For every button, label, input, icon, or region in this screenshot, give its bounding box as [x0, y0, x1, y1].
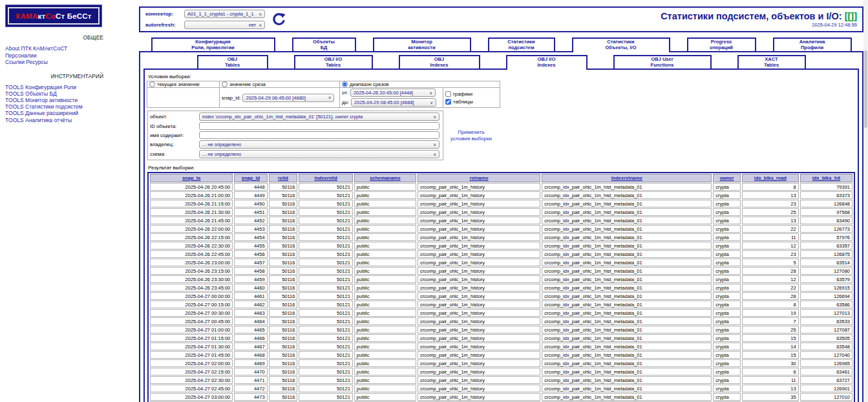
check-tables[interactable]: таблицы	[445, 99, 498, 105]
tab-obj-user-functions[interactable]: OBJ UserFunctions	[613, 55, 712, 69]
check-graphs[interactable]: графики	[445, 91, 498, 97]
table-cell: crcomp_pair_ohlc_1m_history	[418, 359, 540, 367]
result-table: snap_tssnap_idrelidindexrelidschemanamer…	[147, 172, 855, 402]
sidebar-link-general-0[interactable]: About ПТК КАМАктСоСТ	[5, 45, 139, 52]
autorefresh-select[interactable]: нет ∨	[184, 21, 265, 29]
snap-id-select[interactable]: 2025-04-29 06:45:00 [4680] ∨	[242, 94, 334, 102]
table-cell: public	[354, 292, 416, 300]
table-cell: crcomp_idx_pair_ohlc_1m_hist_metadata_01	[542, 284, 712, 291]
table-cell: 50116	[269, 309, 298, 317]
table-cell: 2025-04-26 23:30:00	[150, 275, 233, 283]
tab-db-objects[interactable]: ОбъектыБД	[292, 37, 356, 51]
table-cell: 30	[742, 359, 799, 367]
radio-current-input[interactable]	[149, 81, 155, 87]
tab-activity-monitor[interactable]: Мониторактивности	[373, 37, 471, 51]
table-cell: 50121	[299, 317, 352, 325]
schema-select[interactable]: ... не определено ∨	[199, 150, 439, 158]
tab-obj-tables[interactable]: OBJTables	[197, 55, 268, 69]
chevron-down-icon: ∨	[430, 152, 436, 157]
sidebar-link-tool-4[interactable]: TOOLS Данные расширений	[5, 110, 139, 116]
table-cell: 50121	[299, 284, 352, 291]
column-header-schemaname[interactable]: schemaname	[354, 174, 416, 182]
column-header-idx_blks_read[interactable]: idx_blks_read	[742, 174, 799, 182]
table-cell: public	[354, 183, 416, 191]
table-cell: 35	[742, 393, 799, 401]
table-cell: 2025-04-26 20:45:00	[150, 183, 233, 191]
sidebar-link-tool-2[interactable]: TOOLS Монитор активности	[5, 97, 139, 103]
table-cell: 63373	[800, 191, 852, 199]
table-cell: public	[354, 301, 416, 308]
owner-select[interactable]: ... не определено ∨	[199, 140, 439, 149]
column-header-snap_id[interactable]: snap_id	[234, 174, 267, 182]
tab-config-roles[interactable]: КонфигурацияРоли, привелегии	[151, 37, 275, 51]
tab-analytics-profiles[interactable]: АналитикаПрофили	[773, 37, 852, 51]
table-cell: 50121	[299, 259, 352, 266]
column-header-indexrelid[interactable]: indexrelid	[299, 174, 352, 182]
table-cell: 50121	[299, 309, 352, 317]
radio-range-input[interactable]	[342, 81, 348, 87]
column-header-idx_blks_hit[interactable]: idx_blks_hit	[800, 174, 852, 182]
table-row: 2025-04-26 23:00:0044575011650121publicc…	[150, 259, 852, 266]
object-id-input[interactable]	[199, 122, 439, 130]
column-header-relname[interactable]: relname	[418, 174, 540, 182]
radio-slice-input[interactable]	[222, 81, 228, 87]
object-filter-group: объект: index 'crcomp_idx_pair_ohlc_1m_h…	[147, 111, 443, 160]
table-cell: crypta	[713, 233, 741, 241]
table-cell: crcomp_idx_pair_ohlc_1m_hist_metadata_01	[542, 334, 712, 342]
range-to-select[interactable]: 2025-04-29 08:45:00 [4688] ∨	[351, 98, 436, 107]
table-cell: 4453	[234, 225, 267, 233]
tab-xact-tables[interactable]: XACTTables	[737, 55, 806, 69]
tab-obj-indexes[interactable]: OBJIndexes	[399, 55, 480, 69]
tab-subsystem-stats[interactable]: Статистикиподсистем	[488, 37, 555, 51]
table-cell: crypta	[713, 183, 741, 191]
table-cell: 50116	[269, 343, 298, 350]
table-cell: crcomp_pair_ohlc_1m_history	[418, 259, 540, 266]
tab-object-io-stats[interactable]: СтатистикиОбъекты, I/O	[572, 37, 670, 52]
sidebar-link-general-1[interactable]: Персоналии	[5, 52, 139, 59]
tab-progress-ops[interactable]: Progressопераций	[687, 37, 756, 51]
scrollbar-thumb[interactable]	[864, 50, 867, 128]
apply-filter-link[interactable]: Применить условия выборки	[450, 129, 492, 142]
table-cell: 4458	[234, 267, 267, 275]
table-cell: 127010	[800, 393, 852, 401]
sidebar-link-tool-5[interactable]: TOOLS Аналитика отчёты	[5, 117, 139, 123]
sidebar-link-tool-0[interactable]: TOOLS Конфигурация Роли	[5, 84, 139, 90]
column-header-owner[interactable]: owner	[713, 174, 741, 182]
page-scrollbar[interactable]	[863, 0, 868, 402]
table-cell: 19	[742, 309, 799, 317]
connector-select[interactable]: A01_1_1_crypta1 - crypta_1_1 ∨	[184, 10, 265, 18]
table-cell: crcomp_pair_ohlc_1m_history	[418, 326, 540, 333]
range-cell: от: 2025-04-26 20:45:00 [4448] ∨ до: 202…	[339, 87, 443, 108]
table-row: 2025-04-27 02:30:0044715011650121publicc…	[150, 376, 852, 384]
table-cell: public	[354, 267, 416, 275]
sidebar-link-tool-1[interactable]: TOOLS Объекты БД	[5, 90, 139, 97]
app-logo[interactable]: КАМАктСоСт БеССт	[5, 5, 102, 27]
check-tables-input[interactable]	[445, 99, 451, 105]
tab-obj-io-indexes[interactable]: OBJ I/OIndexes	[506, 55, 587, 70]
table-cell: crypta	[713, 359, 741, 367]
check-graphs-input[interactable]	[445, 91, 451, 97]
table-cell: 50121	[299, 334, 352, 342]
refresh-icon[interactable]	[271, 12, 286, 27]
table-cell: 2025-04-27 01:30:00	[150, 343, 233, 350]
name-contains-input[interactable]	[199, 131, 439, 139]
table-cell: 63357	[800, 242, 852, 249]
object-select[interactable]: index 'crcomp_idx_pair_ohlc_1m_hist_meta…	[199, 112, 439, 121]
sidebar-link-general-2[interactable]: Ссылки Ресурсы	[5, 59, 139, 66]
table-cell: 126875	[800, 250, 852, 258]
table-row: 2025-04-27 01:45:0044685011650121publicc…	[150, 351, 852, 359]
range-from-select[interactable]: 2025-04-26 20:45:00 [4448] ∨	[350, 89, 436, 97]
sidebar-section-general: About ПТК КАМАктСоСТПерсоналииСсылки Рес…	[5, 45, 139, 66]
table-row: 2025-04-27 00:30:0044635011650121publicc…	[150, 309, 852, 317]
column-header-indexrelname[interactable]: indexrelname	[542, 174, 712, 182]
sidebar-link-tool-3[interactable]: TOOLS Статистики подсистем	[5, 103, 139, 110]
table-cell: public	[354, 376, 416, 384]
tab-obj-io-tables[interactable]: OBJ I/OTables	[294, 55, 373, 69]
table-row: 2025-04-26 22:00:0044535011650121publicc…	[150, 225, 852, 233]
table-cell: 50121	[299, 217, 352, 224]
column-header-snap_ts[interactable]: snap_ts	[150, 174, 233, 182]
table-row: 2025-04-27 02:45:0044725011650121publicc…	[150, 385, 852, 392]
table-cell: 4472	[234, 385, 267, 392]
column-header-relid[interactable]: relid	[269, 174, 298, 182]
table-cell: 126965	[800, 359, 852, 367]
